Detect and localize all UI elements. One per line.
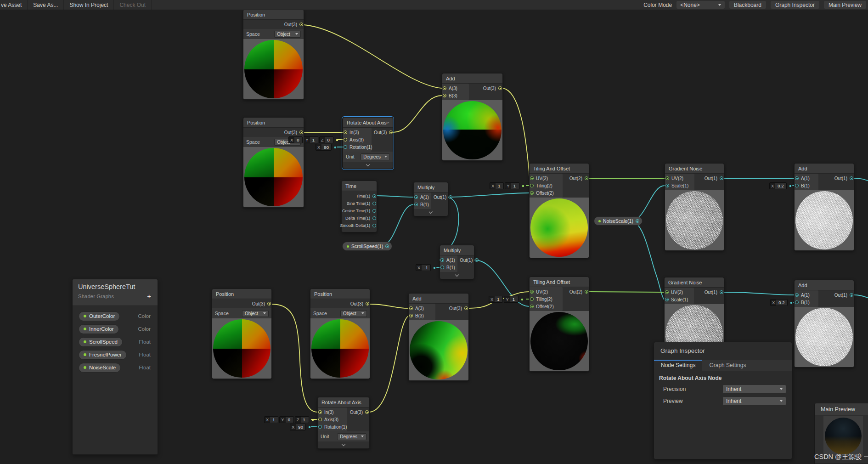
preview-expander[interactable]: [343, 162, 393, 169]
port-out[interactable]: [498, 86, 502, 90]
blackboard-panel[interactable]: UniverseSphereTut Shader Graphs + OuterC…: [72, 279, 158, 455]
collapse-icon[interactable]: [386, 120, 389, 124]
port-rotation[interactable]: [344, 145, 347, 149]
port-offset[interactable]: [530, 191, 534, 195]
blackboard-toggle-button[interactable]: Blackboard: [729, 1, 766, 9]
port-time[interactable]: [372, 194, 376, 198]
port-a[interactable]: [414, 195, 418, 199]
port-cosine-time[interactable]: [372, 209, 376, 213]
port-out[interactable]: [464, 306, 468, 310]
port-uv[interactable]: [665, 290, 669, 294]
port-b[interactable]: [795, 184, 799, 187]
property-pill-outercolor[interactable]: OuterColor: [79, 311, 120, 321]
y-field[interactable]: Y1: [304, 136, 318, 143]
port-b[interactable]: [443, 94, 446, 97]
x-field[interactable]: X1: [264, 416, 278, 423]
port-smooth-delta[interactable]: [372, 224, 376, 227]
port-a[interactable]: [409, 306, 413, 310]
port-out[interactable]: [720, 290, 723, 294]
multiply-node-2[interactable]: Multiply A(1) B(1) Out(1): [440, 245, 474, 279]
port-sine-time[interactable]: [372, 202, 376, 205]
x-field[interactable]: X90: [290, 424, 306, 430]
x-field[interactable]: X-1: [416, 264, 431, 271]
rotate-about-axis-node-2[interactable]: Rotate About Axis In(3) Axis(3) Rotation…: [317, 397, 370, 449]
save-asset-button[interactable]: ve Asset: [0, 0, 28, 10]
color-mode-dropdown[interactable]: <None>: [676, 1, 725, 9]
port-uv[interactable]: [665, 176, 669, 180]
port-a[interactable]: [795, 293, 799, 297]
port-out[interactable]: [366, 302, 369, 306]
port-in[interactable]: [318, 410, 322, 414]
preview-expander[interactable]: [318, 441, 369, 448]
property-node-noisescale[interactable]: NoiseScale(1): [594, 216, 643, 226]
x-field[interactable]: X0.2: [770, 299, 788, 306]
port-delta-time[interactable]: [372, 216, 376, 220]
position-node-2[interactable]: Position Out(3) Space Object: [243, 117, 304, 208]
port-uv[interactable]: [530, 290, 534, 294]
position-node-3[interactable]: Position Out(3) Space Object: [212, 289, 272, 379]
preview-dropdown[interactable]: Inherit: [722, 396, 786, 406]
port-out[interactable]: [636, 219, 639, 223]
tab-graph-settings[interactable]: Graph Settings: [702, 360, 753, 371]
space-dropdown[interactable]: Object: [274, 31, 301, 38]
space-dropdown[interactable]: Object: [340, 310, 367, 317]
port-out[interactable]: [850, 293, 853, 297]
add-node-noise-2[interactable]: Add A(1) B(1) Out(1): [794, 280, 854, 368]
port-out[interactable]: [299, 130, 303, 134]
x-field[interactable]: X1: [490, 182, 504, 189]
multiply-node-1[interactable]: Multiply A(1) B(1) Out(1): [413, 182, 448, 216]
port-out[interactable]: [299, 23, 303, 26]
port-out[interactable]: [585, 290, 588, 294]
property-pill-noisescale[interactable]: NoiseScale: [79, 363, 121, 373]
gradient-noise-node-1[interactable]: Gradient Noise UV(2) Scale(1) Out(1): [665, 163, 724, 251]
port-b[interactable]: [414, 203, 418, 206]
port-out[interactable]: [850, 176, 853, 180]
preview-expander[interactable]: [440, 272, 474, 279]
tiling-and-offset-node-2[interactable]: Tiling And Offset UV(2) Tiling(2) Offset…: [529, 277, 589, 372]
port-scale[interactable]: [665, 298, 669, 301]
unit-dropdown[interactable]: Degrees: [337, 433, 366, 440]
port-out[interactable]: [720, 176, 723, 180]
port-tiling[interactable]: [530, 184, 534, 187]
port-b[interactable]: [440, 266, 444, 269]
port-b[interactable]: [409, 314, 413, 317]
unit-dropdown[interactable]: Degrees: [361, 153, 390, 160]
time-node[interactable]: Time Time(1) Sine Time(1) Cosine Time(1)…: [341, 181, 377, 232]
main-preview-toggle-button[interactable]: Main Preview: [824, 1, 866, 9]
port-offset[interactable]: [530, 305, 534, 308]
x-field[interactable]: X0: [288, 136, 303, 143]
tab-node-settings[interactable]: Node Settings: [654, 360, 702, 371]
z-field[interactable]: Z1: [295, 416, 309, 423]
property-node-scrollspeed[interactable]: ScrollSpeed(1): [342, 242, 392, 251]
space-dropdown[interactable]: Object: [242, 310, 269, 317]
port-a[interactable]: [795, 176, 799, 180]
graph-inspector-toggle-button[interactable]: Graph Inspector: [771, 1, 819, 9]
y-field[interactable]: Y1: [504, 296, 518, 303]
add-property-button[interactable]: +: [146, 293, 152, 300]
port-in[interactable]: [344, 130, 347, 134]
x-field[interactable]: X0.2: [769, 182, 787, 189]
port-out[interactable]: [385, 244, 389, 248]
port-b[interactable]: [795, 300, 799, 304]
tiling-and-offset-node-1[interactable]: Tiling And Offset UV(2) Tiling(2) Offset…: [529, 163, 589, 258]
port-out[interactable]: [475, 258, 479, 262]
preview-expander[interactable]: [414, 209, 448, 216]
rotate-about-axis-node-1[interactable]: Rotate About Axis In(3) Axis(3) Rotation…: [343, 117, 393, 169]
x-field[interactable]: X1: [489, 296, 503, 303]
add-node-top[interactable]: Add A(3) B(3) Out(3): [442, 73, 503, 161]
add-node-bottom[interactable]: Add A(3) B(3) Out(3): [408, 293, 469, 381]
add-node-noise-1[interactable]: Add A(1) B(1) Out(1): [794, 163, 854, 251]
port-a[interactable]: [443, 86, 446, 90]
save-as-button[interactable]: Save As...: [28, 0, 64, 10]
y-field[interactable]: Y1: [505, 182, 519, 189]
port-axis[interactable]: [318, 418, 322, 421]
port-out[interactable]: [585, 176, 588, 180]
property-pill-innercolor[interactable]: InnerColor: [79, 324, 119, 334]
show-in-project-button[interactable]: Show In Project: [64, 0, 114, 10]
graph-inspector-panel[interactable]: Graph Inspector Node Settings Graph Sett…: [654, 342, 792, 459]
precision-dropdown[interactable]: Inherit: [722, 385, 786, 394]
port-out[interactable]: [449, 195, 452, 199]
z-field[interactable]: Z0: [319, 136, 333, 143]
port-out[interactable]: [389, 130, 393, 134]
port-scale[interactable]: [665, 184, 669, 187]
